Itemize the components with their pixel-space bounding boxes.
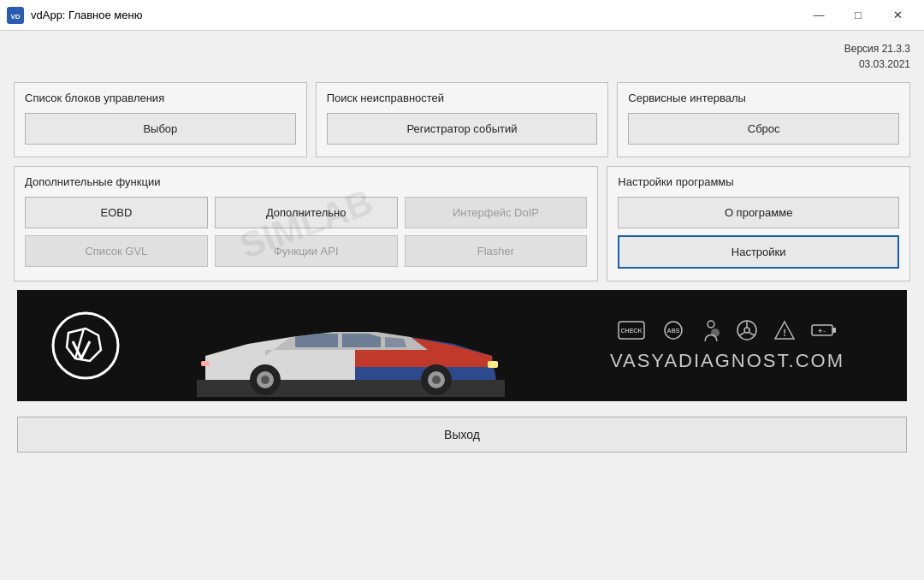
control-blocks-section: Список блоков управления Выбор	[14, 82, 307, 157]
svg-text:+: +	[818, 327, 822, 335]
fault-search-section: Поиск неисправностей Регистратор событий	[316, 82, 609, 157]
main-content: Версия 21.3.3 03.03.2021 Список блоков у…	[0, 31, 924, 580]
title-bar-left: VD vdApp: Главное меню	[7, 7, 142, 24]
svg-text:VD: VD	[10, 13, 20, 21]
svg-point-7	[261, 376, 270, 384]
additional-functions-section: SIMLAB Дополнительные функции EOBD Допол…	[14, 166, 598, 281]
version-info: Версия 21.3.3 03.03.2021	[14, 41, 910, 72]
svg-text:CHECK: CHECK	[621, 328, 643, 334]
select-button[interactable]: Выбор	[25, 113, 296, 145]
svg-rect-11	[488, 361, 498, 368]
car-svg	[197, 294, 505, 397]
event-logger-button[interactable]: Регистратор событий	[327, 113, 598, 145]
svg-point-2	[53, 313, 118, 378]
svg-line-22	[740, 333, 745, 335]
control-blocks-buttons: Выбор	[25, 113, 296, 145]
svg-point-18	[711, 328, 720, 337]
app-icon: VD	[7, 7, 24, 24]
version-label: Версия 21.3.3	[14, 41, 910, 56]
additional-row2: Список GVL Функции API Flasher	[25, 235, 587, 267]
window-title: vdApp: Главное меню	[31, 9, 142, 21]
svg-point-10	[432, 376, 441, 384]
vasya-logo-icon	[51, 311, 120, 380]
eobd-button[interactable]: EOBD	[25, 197, 208, 228]
program-settings-buttons: О программе Настройки	[618, 197, 899, 269]
banner-right-area: CHECK ABS	[548, 290, 907, 401]
control-blocks-title: Список блоков управления	[25, 92, 296, 104]
exit-row: Выход	[14, 410, 910, 461]
banner-icons-row: CHECK ABS	[618, 319, 837, 341]
settings-button[interactable]: Настройки	[618, 235, 899, 269]
title-bar: VD vdApp: Главное меню — □ ✕	[0, 0, 924, 31]
svg-line-23	[749, 333, 755, 335]
additional-row1: EOBD Дополнительно Интерфейс DoIP	[25, 197, 587, 228]
about-button[interactable]: О программе	[618, 197, 899, 228]
flasher-button: Flasher	[405, 235, 588, 267]
service-intervals-title: Сервисные интервалы	[628, 92, 899, 104]
additional-button[interactable]: Дополнительно	[215, 197, 398, 228]
fault-search-buttons: Регистратор событий	[327, 113, 598, 145]
banner: CHECK ABS	[17, 290, 907, 401]
warning-icon: !	[773, 320, 796, 340]
banner-logo-area	[17, 290, 154, 401]
additional-functions-buttons: EOBD Дополнительно Интерфейс DoIP Список…	[25, 197, 587, 267]
bottom-sections-row: SIMLAB Дополнительные функции EOBD Допол…	[14, 166, 910, 281]
abs-icon: ABS	[660, 321, 686, 340]
program-settings-section: Настройки программы О программе Настройк…	[607, 166, 910, 281]
additional-functions-title: Дополнительные функции	[25, 175, 587, 188]
svg-rect-12	[201, 361, 210, 366]
battery-icon: + -	[811, 322, 837, 339]
top-sections-row: Список блоков управления Выбор Поиск неи…	[14, 82, 910, 157]
maximize-button[interactable]: □	[838, 0, 878, 31]
svg-rect-26	[832, 328, 836, 333]
steering-wheel-icon	[736, 319, 758, 341]
minimize-button[interactable]: —	[799, 0, 838, 31]
banner-car-area	[154, 290, 548, 401]
gvl-button: Список GVL	[25, 235, 208, 267]
close-button[interactable]: ✕	[878, 0, 917, 31]
program-settings-title: Настройки программы	[618, 175, 899, 188]
svg-point-17	[708, 321, 714, 328]
fault-search-title: Поиск неисправностей	[327, 92, 598, 104]
api-button: Функции API	[215, 235, 398, 267]
check-icon: CHECK	[618, 321, 645, 340]
service-intervals-section: Сервисные интервалы Сброс	[617, 82, 910, 157]
version-date: 03.03.2021	[14, 56, 910, 72]
svg-text:-: -	[823, 327, 826, 335]
doip-button: Интерфейс DoIP	[405, 197, 588, 228]
service-intervals-buttons: Сброс	[628, 113, 899, 145]
person-icon	[702, 319, 720, 341]
banner-url: VASYADIAGNOST.COM	[610, 350, 844, 372]
svg-rect-4	[197, 380, 505, 397]
title-bar-controls: — □ ✕	[799, 0, 917, 31]
exit-button[interactable]: Выход	[17, 417, 907, 453]
reset-button[interactable]: Сброс	[628, 113, 899, 145]
svg-text:!: !	[783, 328, 786, 338]
svg-text:ABS: ABS	[667, 328, 680, 334]
svg-point-20	[744, 328, 749, 333]
